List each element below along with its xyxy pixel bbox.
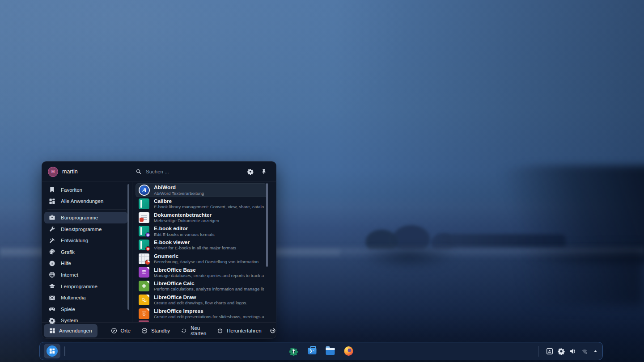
app-item-libreoffice-calc[interactable]: LibreOffice CalcPerform calculations, an…	[136, 279, 267, 293]
app-title: AbiWord	[154, 184, 204, 190]
sidebar-item-multimedia[interactable]: Multimedia	[44, 292, 127, 303]
app-title: LibreOffice Base	[154, 267, 264, 273]
app-item-libreoffice-impress[interactable]: LibreOffice ImpressCreate and edit prese…	[136, 307, 267, 320]
wallpaper-treeline	[441, 234, 566, 248]
expand-tray-icon[interactable]	[593, 348, 598, 354]
sidebar-item-alle-anwendungen[interactable]: Alle Anwendungen	[44, 196, 127, 207]
gnumeric-icon	[139, 253, 149, 264]
sidebar-item-label: Hilfe	[61, 261, 71, 266]
panel-drag-handle[interactable]	[64, 346, 65, 356]
utilities-icon	[49, 226, 55, 232]
app-title: Calibre	[154, 198, 264, 204]
system-tools-icon[interactable]	[289, 347, 298, 356]
category-sidebar: FavoritenAlle AnwendungenBüroprogrammeDi…	[42, 182, 132, 322]
pin-icon[interactable]	[261, 168, 267, 175]
app-title: E-book editor	[154, 225, 215, 232]
app-description: E-book library management: Convert, view…	[154, 204, 264, 210]
libreoffice-base-icon	[139, 267, 149, 278]
sidebar-item-bueroprogramme[interactable]: Büroprogramme	[44, 212, 127, 223]
restart-icon	[181, 328, 187, 334]
sidebar-scrollbar[interactable]	[127, 184, 129, 310]
avatar[interactable]: M	[48, 167, 58, 177]
app-item-libreoffice-draw[interactable]: LibreOffice DrawCreate and edit drawings…	[136, 293, 267, 307]
sidebar-item-favoriten[interactable]: Favoriten	[44, 184, 127, 196]
sidebar-item-label: Grafik	[61, 249, 75, 255]
app-description: Mehrseitige Dokumente anzeigen	[154, 218, 219, 223]
taskbar: ❯:	[39, 342, 603, 360]
app-item-dokumentenbetrachter[interactable]: DokumentenbetrachterMehrseitige Dokument…	[136, 210, 267, 224]
volume-icon[interactable]	[569, 348, 576, 355]
app-description: Viewer for E-books in all the major form…	[154, 245, 236, 251]
wallpaper-reflection-right	[465, 248, 644, 307]
file-manager-icon[interactable]	[326, 347, 335, 356]
menu-body: FavoritenAlle AnwendungenBüroprogrammeDi…	[42, 181, 276, 322]
app-title: Dokumentenbetrachter	[154, 212, 219, 218]
info-icon	[49, 260, 55, 267]
sidebar-item-label: Spiele	[61, 307, 75, 312]
app-item-abiword[interactable]: AAbiWordAbiWord Textverarbeitung	[136, 183, 267, 197]
app-description: Berechnung, Analyse und Darstellung von …	[154, 259, 258, 265]
standby-button[interactable]: Standby	[136, 324, 175, 337]
app-item-ebook-editor[interactable]: E-book editorEdit E-books in various for…	[136, 224, 267, 238]
app-item-libreoffice-base[interactable]: LibreOffice BaseManage databases, create…	[136, 265, 267, 279]
sidebar-item-spiele[interactable]: Spiele	[44, 303, 127, 315]
avatar-letter: M	[51, 169, 55, 174]
sidebar-item-internet[interactable]: Internet	[44, 269, 127, 281]
username: martin	[62, 168, 78, 175]
ebook-viewer-icon	[139, 240, 149, 250]
palette-icon	[49, 248, 55, 255]
device-notifier-icon[interactable]	[546, 348, 553, 355]
logout-icon[interactable]	[267, 324, 279, 337]
network-disconnected-icon[interactable]	[581, 348, 588, 355]
gamepad-icon	[49, 306, 55, 312]
sidebar-item-hilfe[interactable]: Hilfe	[44, 258, 127, 269]
globe-icon	[49, 271, 55, 278]
app-description: Create and edit presentations for slides…	[154, 314, 264, 320]
app-title: Gnumeric	[154, 253, 258, 259]
wallpaper-treeline-right	[452, 165, 644, 264]
sidebar-item-entwicklung[interactable]: Entwicklung	[44, 235, 127, 246]
calibre-icon	[139, 198, 149, 209]
app-description: Perform calculations, analyze informatio…	[154, 286, 264, 292]
wallpaper-tree-clump	[360, 223, 458, 249]
film-icon	[49, 295, 55, 301]
app-description: Create and edit drawings, flow charts an…	[154, 300, 247, 306]
app-item-calibre[interactable]: CalibreE-book library management: Conver…	[136, 197, 267, 211]
app-launcher-button[interactable]	[44, 344, 60, 358]
herunterfahren-button[interactable]: Herunterfahren	[212, 324, 267, 337]
sidebar-item-dienstprogramme[interactable]: Dienstprogramme	[44, 223, 127, 235]
app-item-ebook-viewer[interactable]: E-book viewerViewer for E-books in all t…	[136, 238, 267, 252]
search-input[interactable]: Suchen ...	[136, 168, 169, 175]
document-viewer-icon	[139, 212, 149, 223]
app-item-gnumeric[interactable]: GnumericBerechnung, Analyse und Darstell…	[136, 252, 267, 265]
app-list-scrollbar[interactable]	[266, 183, 268, 267]
sidebar-item-grafik[interactable]: Grafik	[44, 246, 127, 258]
compass-icon	[111, 328, 117, 334]
logout-icon	[270, 328, 276, 334]
libreoffice-calc-icon	[139, 281, 149, 291]
configure-icon[interactable]	[247, 168, 254, 175]
button-label: Anwendungen	[59, 328, 92, 333]
app-title: LibreOffice Calc	[154, 280, 264, 286]
apps-grid-icon	[49, 328, 55, 334]
app-title: LibreOffice Draw	[154, 294, 247, 300]
orte-button[interactable]: Orte	[106, 324, 136, 337]
updates-gear-icon[interactable]	[558, 348, 565, 355]
sidebar-item-label: Alle Anwendungen	[61, 198, 103, 204]
menu-footer: AnwendungenOrte StandbyNeu startenHerunt…	[42, 322, 276, 338]
development-icon	[49, 237, 55, 244]
firefox-icon[interactable]	[344, 347, 353, 356]
standby-icon	[141, 328, 148, 334]
button-label: Herunterfahren	[227, 328, 261, 333]
application-launcher-menu: M martin Suchen ... FavoritenAlle Anwend…	[42, 161, 276, 339]
ebook-editor-icon	[139, 226, 149, 236]
apps-grid-icon	[49, 198, 55, 205]
sidebar-item-lernprogramme[interactable]: Lernprogramme	[44, 281, 127, 292]
education-icon	[49, 283, 55, 290]
anwendungen-button[interactable]: Anwendungen	[44, 324, 97, 337]
neu-starten-button[interactable]: Neu starten	[175, 324, 212, 337]
sidebar-item-label: Dienstprogramme	[61, 227, 102, 232]
software-center-icon[interactable]: ❯:	[308, 347, 317, 356]
libreoffice-impress-icon	[139, 308, 149, 319]
search-placeholder: Suchen ...	[146, 169, 169, 174]
